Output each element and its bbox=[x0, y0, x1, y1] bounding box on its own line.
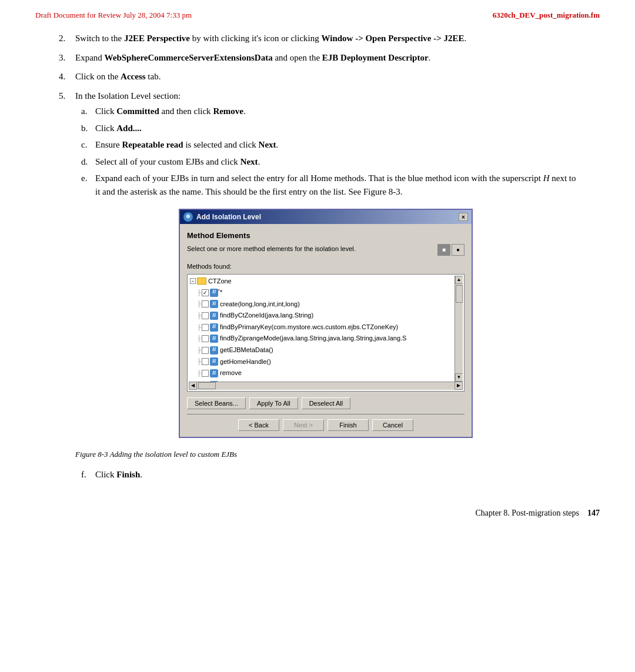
scroll-down-arrow[interactable]: ▼ bbox=[455, 373, 463, 382]
dialog-close-button[interactable]: × bbox=[459, 213, 468, 221]
method-icon-gethomehandle: H bbox=[210, 357, 218, 366]
gethomehandle-label: getHomeHandle() bbox=[220, 357, 271, 367]
step-5b-content: Click Add.... bbox=[95, 122, 142, 135]
tree-item-gethomehandle[interactable]: ├ H getHomeHandle() bbox=[189, 356, 454, 368]
create-label: create(long,long,int,int,long) bbox=[220, 299, 300, 310]
finish-button[interactable]: Finish bbox=[327, 419, 369, 431]
step-5c-label: c. bbox=[81, 138, 95, 152]
step-4-content: Click on the Access tab. bbox=[75, 70, 576, 83]
check-getejbmeta[interactable] bbox=[202, 347, 209, 354]
tree-line-1: ├ bbox=[197, 288, 201, 297]
tree-item-findbyctzone[interactable]: ├ H findByCtZoneId(java.lang.String) bbox=[189, 310, 454, 322]
tree-item-getejbmeta[interactable]: ├ H getEJBMetaData() bbox=[189, 345, 454, 356]
item-star-checked-label: * bbox=[220, 287, 222, 298]
step-2-content: Switch to the J2EE Perspective by with c… bbox=[75, 32, 576, 45]
step-5d-content: Select all of your custom EJBs and click… bbox=[95, 155, 260, 169]
check-gethomehandle[interactable] bbox=[202, 358, 209, 365]
footer-page-num: 147 bbox=[587, 509, 600, 518]
check-create[interactable] bbox=[202, 300, 209, 307]
tree-item-findbyprimary[interactable]: ├ H findByPrimaryKey(com.mystore.wcs.cus… bbox=[189, 322, 454, 333]
step-5f-content: Click Finish. bbox=[95, 468, 142, 482]
step-4-bold-1: Access bbox=[121, 72, 145, 81]
dialog-icon-buttons: ■ ● bbox=[437, 244, 464, 256]
step-5e-content: Expand each of your EJBs in turn and sel… bbox=[95, 172, 576, 198]
step-5-sub-list: a. Click Committed and then click Remove… bbox=[75, 105, 576, 198]
select-beans-button[interactable]: Select Beans... bbox=[187, 397, 246, 409]
step-5b-label: b. bbox=[81, 122, 95, 135]
step-5e-italic: H bbox=[543, 173, 550, 183]
remove-label: remove bbox=[220, 368, 242, 379]
check-findbyprimary[interactable] bbox=[202, 324, 209, 331]
deselect-all-button[interactable]: Deselect All bbox=[302, 397, 350, 409]
step-5a-label: a. bbox=[81, 105, 95, 118]
tree-item-findbyziprange[interactable]: ├ H findByZiprangeMode(java.lang.String,… bbox=[189, 333, 454, 345]
findbyziprange-label: findByZiprangeMode(java.lang.String,java… bbox=[220, 333, 406, 344]
step-f-list: f. Click Finish. bbox=[75, 468, 576, 482]
dialog-body: Method Elements Select one or more metho… bbox=[180, 224, 472, 437]
next-button[interactable]: Next > bbox=[283, 419, 324, 431]
hscrollbar[interactable]: ◀ ▶ bbox=[189, 382, 463, 390]
step-5a: a. Click Committed and then click Remove… bbox=[81, 105, 576, 118]
check-findbyctzone[interactable] bbox=[202, 312, 209, 319]
tree-line-8: ├ bbox=[197, 369, 201, 378]
dialog-buttons-row1: Select Beans... Apply To All Deselect Al… bbox=[187, 397, 464, 409]
step-5c: c. Ensure Repeatable read is selected an… bbox=[81, 138, 576, 152]
step-4-num: 4. bbox=[59, 70, 75, 83]
step-5: 5. In the Isolation Level section: a. Cl… bbox=[59, 89, 576, 485]
dialog-title-text: Add Isolation Level bbox=[196, 212, 261, 222]
tree-item-create[interactable]: ├ H create(long,long,int,int,long) bbox=[189, 299, 454, 310]
method-icon-create: H bbox=[210, 300, 218, 308]
page-header: Draft Document for Review July 28, 2004 … bbox=[0, 0, 635, 26]
findbyprimary-label: findByPrimaryKey(com.mystore.wcs.custom.… bbox=[220, 322, 398, 333]
expand-ctzone[interactable]: − bbox=[190, 278, 196, 284]
figure-caption: Figure 8-3 Adding the isolation level to… bbox=[75, 449, 576, 460]
hscroll-left-arrow[interactable]: ◀ bbox=[189, 382, 197, 390]
check-remove[interactable] bbox=[202, 370, 209, 377]
scroll-thumb[interactable] bbox=[456, 285, 463, 303]
icon-btn-1[interactable]: ■ bbox=[437, 244, 450, 256]
page-content: 2. Switch to the J2EE Perspective by wit… bbox=[0, 26, 635, 503]
step-3-bold-2: EJB Deployment Descriptor bbox=[322, 53, 429, 62]
apply-to-all-button[interactable]: Apply To All bbox=[249, 397, 298, 409]
step-5c-bold-2: Next bbox=[259, 140, 276, 149]
tree-item-remove[interactable]: ├ H remove bbox=[189, 367, 454, 379]
tree-content: − CTZone ├ ✓ bbox=[189, 276, 454, 382]
step-5-num: 5. bbox=[59, 89, 75, 485]
step-5b-bold-1: Add.... bbox=[116, 123, 142, 133]
hscroll-thumb[interactable] bbox=[198, 382, 216, 389]
dialog-container: ⊕ Add Isolation Level × Method Elements … bbox=[179, 209, 473, 438]
step-3-num: 3. bbox=[59, 51, 75, 65]
step-5d-label: d. bbox=[81, 155, 95, 169]
scroll-up-arrow[interactable]: ▲ bbox=[455, 276, 463, 284]
step-5d-bold-1: Next bbox=[240, 157, 258, 166]
step-5f-label: f. bbox=[81, 468, 95, 482]
tree-list-container: − CTZone ├ ✓ bbox=[187, 274, 464, 392]
back-button[interactable]: < Back bbox=[238, 419, 279, 431]
ctzone-label: CTZone bbox=[208, 276, 232, 287]
dialog-separator bbox=[187, 414, 464, 414]
findbyctzone-label: findByCtZoneId(java.lang.String) bbox=[220, 310, 313, 321]
method-icon-findbyziprange: H bbox=[210, 335, 218, 343]
check-findbyziprange[interactable] bbox=[202, 335, 209, 342]
hscroll-right-arrow[interactable]: ▶ bbox=[454, 382, 463, 390]
tree-line-6: ├ bbox=[197, 346, 201, 355]
step-3-bold-1: WebSphereCommerceServerExtensionsData bbox=[105, 53, 273, 62]
folder-icon-ctzone bbox=[197, 278, 206, 285]
step-2: 2. Switch to the J2EE Perspective by wit… bbox=[59, 32, 576, 45]
step-5e-label: e. bbox=[81, 172, 95, 198]
check-star-checked[interactable]: ✓ bbox=[202, 289, 209, 296]
icon-btn-2[interactable]: ● bbox=[452, 244, 464, 256]
main-steps-list: 2. Switch to the J2EE Perspective by wit… bbox=[59, 32, 576, 485]
cancel-button[interactable]: Cancel bbox=[372, 419, 413, 431]
page-footer: Chapter 8. Post-migration steps 147 bbox=[0, 503, 635, 524]
dialog-titlebar: ⊕ Add Isolation Level × bbox=[180, 210, 472, 224]
tree-item-star-checked[interactable]: ├ ✓ H * * bbox=[189, 287, 454, 299]
step-4: 4. Click on the Access tab. bbox=[59, 70, 576, 83]
tree-line-2: ├ bbox=[197, 299, 201, 309]
vscrollbar[interactable]: ▲ ▼ bbox=[454, 276, 463, 382]
step-5c-bold-1: Repeatable read bbox=[122, 140, 183, 149]
tree-line-3: ├ bbox=[197, 311, 201, 320]
step-5a-bold-2: Remove bbox=[213, 106, 243, 116]
tree-item-ctzone[interactable]: − CTZone bbox=[189, 276, 454, 287]
dialog-description: Select one or more method elements for t… bbox=[187, 244, 356, 254]
